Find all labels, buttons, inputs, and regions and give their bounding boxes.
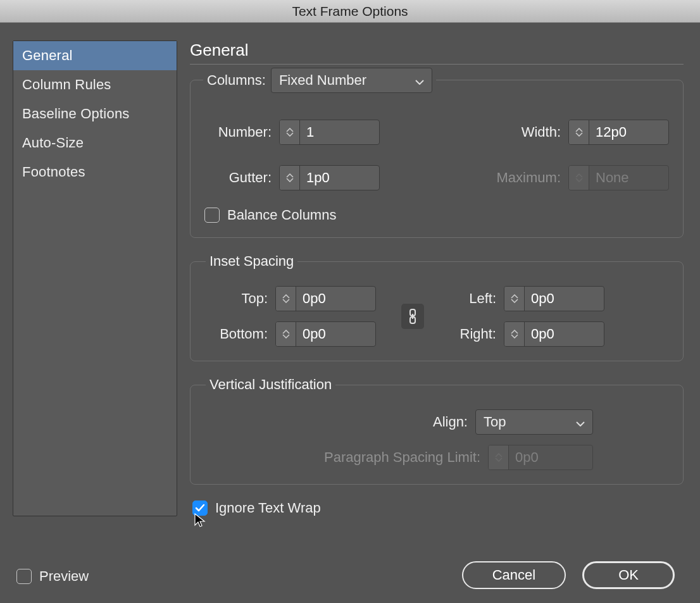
width-stepper[interactable] xyxy=(568,120,669,145)
psl-value: 0p0 xyxy=(509,445,588,469)
stepper-arrows-icon[interactable] xyxy=(276,322,296,346)
inset-spacing-group: Inset Spacing Top: Bot xyxy=(190,253,684,361)
stepper-arrows-icon xyxy=(489,445,509,469)
sidebar-item-label: General xyxy=(22,47,73,63)
sidebar-item-label: Footnotes xyxy=(22,164,85,180)
width-input[interactable] xyxy=(589,120,668,144)
maximum-value: None xyxy=(589,166,668,190)
number-label: Number: xyxy=(204,124,272,140)
chevron-down-icon xyxy=(576,414,585,430)
page-title: General xyxy=(190,40,684,60)
stepper-arrows-icon[interactable] xyxy=(280,166,300,190)
gutter-label: Gutter: xyxy=(204,170,272,186)
balance-columns-label: Balance Columns xyxy=(227,207,336,223)
inset-top-input[interactable] xyxy=(296,287,375,311)
align-value: Top xyxy=(484,414,506,430)
align-dropdown[interactable]: Top xyxy=(475,409,593,435)
inset-right-stepper[interactable] xyxy=(504,321,604,347)
vj-legend: Vertical Justification xyxy=(206,376,335,393)
main-panel: General Columns: Fixed Number Number: xyxy=(190,40,684,516)
stepper-arrows-icon[interactable] xyxy=(504,322,525,346)
sidebar-item-label: Column Rules xyxy=(22,77,111,92)
vertical-justification-group: Vertical Justification Align: Top Paragr… xyxy=(190,376,684,485)
inset-left-label: Left: xyxy=(449,290,496,307)
link-values-button[interactable] xyxy=(401,304,424,329)
sidebar-item-column-rules[interactable]: Column Rules xyxy=(13,70,177,99)
ok-button[interactable]: OK xyxy=(582,561,675,589)
inset-right-input[interactable] xyxy=(525,322,604,346)
number-stepper[interactable] xyxy=(279,120,380,145)
ignore-text-wrap-label: Ignore Text Wrap xyxy=(215,500,321,516)
maximum-label: Maximum: xyxy=(472,170,561,186)
columns-legend-label: Columns: xyxy=(207,72,266,89)
columns-group: Columns: Fixed Number Number: xyxy=(190,80,684,238)
preview-label: Preview xyxy=(39,568,89,585)
window-title: Text Frame Options xyxy=(292,4,408,19)
ignore-text-wrap-row: Ignore Text Wrap xyxy=(190,500,684,516)
align-label: Align: xyxy=(433,414,468,430)
stepper-arrows-icon[interactable] xyxy=(280,120,300,144)
sidebar-item-baseline-options[interactable]: Baseline Options xyxy=(13,99,177,128)
balance-columns-checkbox[interactable] xyxy=(204,208,220,223)
sidebar-item-label: Auto-Size xyxy=(22,135,84,151)
stepper-arrows-icon[interactable] xyxy=(276,287,296,311)
inset-legend: Inset Spacing xyxy=(206,253,297,270)
sidebar-item-general[interactable]: General xyxy=(13,41,177,70)
inset-bottom-input[interactable] xyxy=(296,322,375,346)
inset-bottom-stepper[interactable] xyxy=(275,321,376,347)
link-icon xyxy=(408,309,418,324)
sidebar: General Column Rules Baseline Options Au… xyxy=(13,40,177,516)
cursor-icon xyxy=(194,513,208,529)
inset-left-input[interactable] xyxy=(525,287,604,311)
gutter-input[interactable] xyxy=(300,166,379,190)
inset-top-label: Top: xyxy=(204,290,268,307)
number-input[interactable] xyxy=(300,120,379,144)
psl-label: Paragraph Spacing Limit: xyxy=(324,449,480,466)
stepper-arrows-icon xyxy=(569,166,589,190)
width-label: Width: xyxy=(472,124,561,140)
title-bar: Text Frame Options xyxy=(0,0,700,23)
stepper-arrows-icon[interactable] xyxy=(569,120,589,144)
columns-mode-dropdown[interactable]: Fixed Number xyxy=(271,68,432,93)
maximum-stepper: None xyxy=(568,165,669,190)
inset-top-stepper[interactable] xyxy=(275,286,376,311)
columns-mode-value: Fixed Number xyxy=(279,72,366,89)
inset-left-stepper[interactable] xyxy=(504,286,604,311)
cancel-button[interactable]: Cancel xyxy=(462,561,566,589)
sidebar-item-footnotes[interactable]: Footnotes xyxy=(13,158,177,187)
stepper-arrows-icon[interactable] xyxy=(504,287,525,311)
gutter-stepper[interactable] xyxy=(279,165,380,190)
inset-right-label: Right: xyxy=(449,326,496,342)
sidebar-item-auto-size[interactable]: Auto-Size xyxy=(13,128,177,158)
chevron-down-icon xyxy=(415,72,424,89)
divider xyxy=(190,64,684,65)
inset-bottom-label: Bottom: xyxy=(204,326,268,342)
sidebar-item-label: Baseline Options xyxy=(22,106,130,121)
preview-checkbox[interactable] xyxy=(16,569,32,584)
footer-bar: Preview Cancel OK xyxy=(16,561,675,589)
psl-stepper: 0p0 xyxy=(488,445,593,470)
